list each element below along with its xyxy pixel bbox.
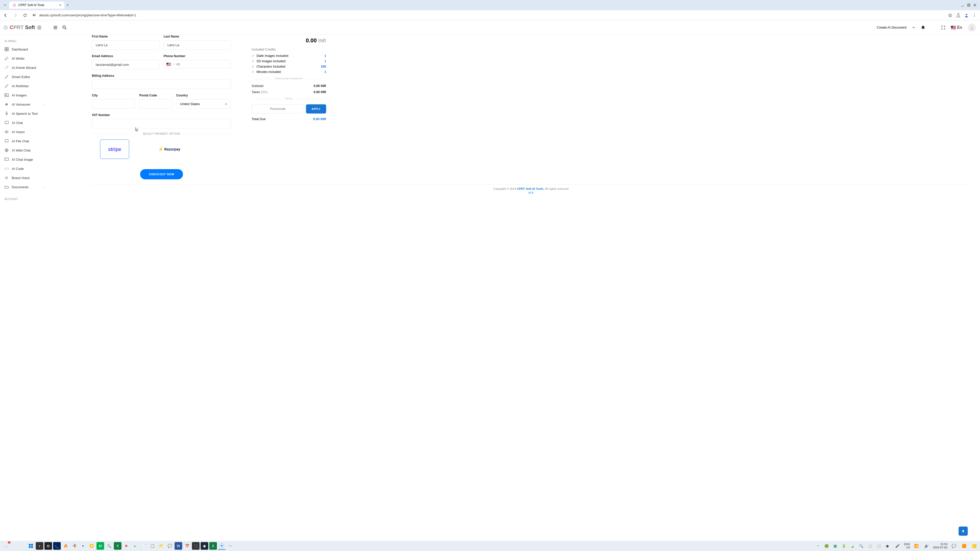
taskbar-tray-icon[interactable]: 🟢: [823, 542, 830, 550]
taskbar-steam-tray-icon[interactable]: ◉: [883, 542, 891, 550]
taskbar-chrome-active-icon[interactable]: [218, 542, 226, 550]
sidebar-toggle-icon[interactable]: [53, 25, 58, 30]
checkout-button[interactable]: CHECKOUT NOW: [140, 169, 183, 179]
country-select[interactable]: United States: [176, 99, 231, 109]
user-avatar[interactable]: [968, 24, 976, 32]
language-selector[interactable]: En: [951, 25, 962, 30]
tab-close-icon[interactable]: ×: [59, 3, 61, 7]
reload-button[interactable]: [21, 12, 29, 19]
taskbar-everything-icon[interactable]: 🔍: [105, 542, 113, 550]
taskbar-start-icon[interactable]: [27, 542, 35, 550]
window-restore-icon[interactable]: [967, 3, 970, 6]
taskbar-language[interactable]: ENGUS: [904, 543, 910, 549]
sidebar-item-images[interactable]: AI Images: [0, 91, 48, 100]
search-icon[interactable]: [62, 25, 67, 30]
notifications-icon[interactable]: [921, 25, 925, 30]
back-button[interactable]: [2, 12, 9, 19]
site-info-icon[interactable]: [31, 12, 37, 18]
sidebar-item-code[interactable]: AI Code: [0, 164, 48, 173]
profile-icon[interactable]: [964, 13, 969, 17]
taskbar-excel-icon[interactable]: X: [209, 542, 217, 550]
taskbar-weather-icon[interactable]: ☁️1: [2, 542, 10, 550]
taskbar-word-icon[interactable]: W: [175, 542, 182, 550]
taskbar-app-icon[interactable]: ▸: [131, 542, 139, 550]
sidebar-item-dashboard[interactable]: Dashboard: [0, 44, 48, 54]
chevron-up-icon[interactable]: [912, 26, 915, 29]
first-name-input[interactable]: [92, 40, 159, 50]
phone-input[interactable]: +1: [164, 60, 231, 68]
create-ai-document-link[interactable]: Create AI Document: [877, 25, 907, 29]
browser-tab[interactable]: CPRT Soft AI Tools ×: [9, 2, 64, 9]
taskbar-chrome-canary-icon[interactable]: [88, 542, 95, 550]
menu-icon[interactable]: [972, 13, 977, 17]
taskbar-app-icon[interactable]: 💬: [166, 542, 173, 550]
footer-brand-link[interactable]: CPRT Soft AI Tools: [517, 187, 543, 190]
payment-option-stripe[interactable]: stripe: [100, 140, 129, 159]
tab-search-dropdown[interactable]: [2, 2, 8, 8]
taskbar-app-icon[interactable]: 📋: [148, 542, 156, 550]
payment-option-razorpay[interactable]: ⚡Razorpay: [155, 140, 184, 159]
window-minimize-icon[interactable]: [961, 3, 964, 6]
apply-button[interactable]: APPLY: [306, 104, 326, 114]
taskbar-network-icon[interactable]: 📶: [913, 542, 920, 550]
taskbar-tray-icon[interactable]: ▦: [832, 542, 839, 550]
taskbar-powershell-icon[interactable]: ›_: [53, 542, 61, 550]
taskbar-chrome-icon[interactable]: [70, 542, 78, 550]
taskbar-calendar-icon[interactable]: 📅: [183, 542, 191, 550]
taskbar-notepad-icon[interactable]: 📄: [140, 542, 148, 550]
email-input[interactable]: [92, 60, 159, 69]
sidebar-item-article-wizard[interactable]: AI Article Wizard: [0, 63, 48, 72]
sidebar-item-chat[interactable]: AI Chat: [0, 118, 48, 127]
logo[interactable]: CPRT Soft: [0, 24, 48, 30]
sidebar-item-rewriter[interactable]: AI ReWriter: [0, 81, 48, 91]
labs-icon[interactable]: [956, 13, 961, 17]
sidebar-item-file-chat[interactable]: AI File Chat: [0, 137, 48, 146]
taskbar-volume-icon[interactable]: 🔊: [923, 542, 931, 550]
taskbar-tray-icon[interactable]: 🟨: [970, 542, 978, 550]
sidebar-item-voiceover[interactable]: AI Voiceover›: [0, 100, 48, 109]
taskbar-chrome-beta-icon[interactable]: [79, 542, 87, 550]
taskbar-mic-icon[interactable]: 🎤: [894, 542, 901, 550]
taskbar-tray-icon[interactable]: 🟧: [960, 542, 968, 550]
taskbar-overflow-icon[interactable]: ⋯: [227, 542, 234, 550]
sidebar-item-ai-writer[interactable]: AI Writer: [0, 54, 48, 63]
taskbar-excel-icon[interactable]: X: [114, 542, 121, 550]
sidebar-item-brand-voice[interactable]: Brand Voice: [0, 173, 48, 183]
sidebar-item-chat-image[interactable]: AI Chat Image: [0, 155, 48, 164]
taskbar-app-icon[interactable]: 🔥: [62, 542, 69, 550]
billing-input[interactable]: [92, 79, 231, 89]
vat-input[interactable]: [92, 119, 231, 128]
taskbar-tray-icon[interactable]: 🔍: [858, 542, 865, 550]
sidebar-item-speech[interactable]: AI Speech to Text: [0, 109, 48, 118]
taskbar-app-icon[interactable]: ▪: [36, 542, 43, 550]
address-bar[interactable]: aitools.cprtsoft.com/user/pricing/plan/o…: [31, 12, 945, 18]
taskbar-tray-icon[interactable]: 🍃: [849, 542, 856, 550]
scroll-to-top-button[interactable]: [959, 527, 968, 536]
sidebar-item-smart-editor[interactable]: Smart Editor: [0, 72, 48, 81]
city-input[interactable]: [92, 99, 135, 109]
bookmark-icon[interactable]: [948, 13, 953, 17]
taskbar-app-icon[interactable]: ⬛: [192, 542, 200, 550]
taskbar-explorer-icon[interactable]: 📁: [157, 542, 165, 550]
taskbar-tray-chevron-icon[interactable]: [814, 542, 822, 550]
taskbar-clock[interactable]: 15:532024-07-03: [933, 543, 947, 549]
taskbar-app-icon[interactable]: M: [97, 542, 104, 550]
window-close-icon[interactable]: [974, 3, 977, 6]
forward-button[interactable]: [12, 12, 19, 19]
taskbar-tray-icon[interactable]: ⬜: [875, 542, 883, 550]
last-name-input[interactable]: [164, 40, 231, 50]
new-tab-button[interactable]: +: [64, 2, 71, 8]
taskbar-terminal-icon[interactable]: ⧉: [45, 542, 52, 550]
taskbar-tray-icon[interactable]: ⬜: [866, 542, 874, 550]
taskbar-steam-icon[interactable]: ◉: [200, 542, 208, 550]
sidebar-item-vision[interactable]: AI Vision: [0, 127, 48, 137]
dark-mode-icon[interactable]: [931, 25, 935, 30]
promocode-input[interactable]: [251, 104, 304, 114]
fullscreen-icon[interactable]: [941, 25, 945, 30]
taskbar-app-icon[interactable]: ✖: [123, 542, 130, 550]
taskbar-notification-icon[interactable]: 💬: [950, 542, 958, 550]
sidebar-item-web-chat[interactable]: AI Web Chat: [0, 146, 48, 155]
taskbar-tray-icon[interactable]: 🔋: [840, 542, 848, 550]
postal-input[interactable]: [139, 99, 172, 109]
sidebar-item-documents[interactable]: Documents›: [0, 183, 48, 192]
